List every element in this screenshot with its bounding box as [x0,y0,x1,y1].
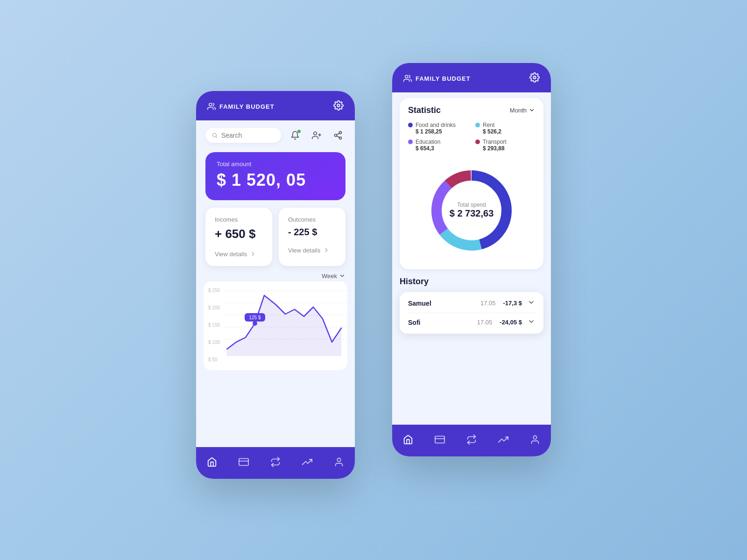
education-dot [408,140,413,144]
card-icon2 [435,434,445,445]
svg-rect-30 [435,436,444,443]
svg-line-3 [216,136,217,137]
svg-point-17 [253,321,257,326]
users-icon2 [403,74,412,83]
legend-transport: Transport $ 293,88 [475,139,535,152]
legend-education: Education $ 654,3 [408,139,468,152]
add-user-button[interactable] [309,128,324,143]
history-date-sofi: 17.05 [477,319,493,326]
phone-1: FAMILY BUDGET [196,91,355,479]
svg-line-11 [337,133,339,134]
nav-chart[interactable] [299,454,316,470]
phones-container: FAMILY BUDGET [196,82,551,479]
history-amount-samuel: -17,3 $ [503,300,522,307]
phone2-header: FAMILY BUDGET [392,63,551,92]
sofi-expand-button[interactable] [528,318,535,327]
transport-amount: $ 293,88 [483,145,535,152]
card-icon [239,457,249,467]
week-selector[interactable]: Week [196,266,355,281]
trending-icon2 [498,434,508,445]
chevron-down-sofi [528,318,535,325]
transport-dot [475,140,480,144]
trending-icon [302,457,312,467]
total-amount-label: Total amount [217,161,334,168]
rent-amount: $ 526,2 [483,128,535,135]
donut-amount: $ 2 732,63 [450,208,494,219]
phone2-settings-icon[interactable] [529,72,540,85]
chevron-down-samuel [528,299,535,306]
nav-profile[interactable] [331,454,347,470]
donut-label: Total spend [450,202,494,208]
statistic-section: Statistic Month Food and drinks [400,98,543,269]
outcomes-amount: - 225 $ [288,227,336,238]
history-card: Samuel 17.05 -17,3 $ Sofi 17.05 [400,292,543,334]
arrow-right-icon2 [323,247,330,253]
transfer-icon2 [466,434,477,445]
chevron-down-icon2 [529,107,535,113]
svg-point-0 [209,103,212,106]
legend-grid: Food and drinks $ 1 258,25 Rent $ 526,2 [408,122,535,152]
chart-grid: 125 $ [204,281,347,370]
incomes-view-details[interactable]: View details [215,251,263,258]
home-icon [207,457,217,467]
total-amount-card: Total amount $ 1 520, 05 [205,152,345,200]
nav2-transfer[interactable] [463,431,480,448]
nav-home[interactable] [204,454,220,470]
nav2-card[interactable] [431,431,448,448]
history-name-samuel: Samuel [408,300,480,307]
education-amount: $ 654,3 [416,145,468,152]
food-amount: $ 1 258,25 [416,128,468,135]
nav2-profile[interactable] [527,431,543,448]
nav2-home[interactable] [400,431,416,448]
incomes-amount: + 650 $ [215,227,263,241]
bell-notification-dot [297,130,301,133]
samuel-expand-button[interactable] [528,299,535,308]
outcomes-view-details[interactable]: View details [288,247,336,254]
settings-icon[interactable] [333,100,344,113]
nav-card[interactable] [235,454,252,470]
search-input-wrap[interactable] [205,128,281,143]
food-dot [408,123,413,127]
add-user-icon [312,131,321,140]
history-section: History Samuel 17.05 -17,3 $ [392,275,551,334]
person-icon2 [530,434,540,445]
transfer-icon [270,457,281,467]
legend-food: Food and drinks $ 1 258,25 [408,122,468,135]
phone1-body: Total amount $ 1 520, 05 Incomes + 650 $… [196,120,355,447]
phone1-header: FAMILY BUDGET [196,91,355,120]
svg-line-10 [337,136,339,137]
svg-point-4 [314,132,317,135]
statistic-header: Statistic Month [408,105,535,115]
chart-area: $ 250 $ 200 $ 150 $ 100 $ 50 [204,281,347,370]
phone2-bottom-nav [392,425,551,456]
statistic-title: Statistic [408,105,441,115]
users-icon [207,102,216,111]
donut-center: Total spend $ 2 732,63 [450,202,494,219]
incomes-label: Incomes [215,216,263,223]
search-input[interactable] [221,132,275,139]
history-date-samuel: 17.05 [480,300,496,307]
outcomes-card: Outcomes - 225 $ View details [279,208,345,266]
svg-text:125 $: 125 $ [249,315,261,320]
incomes-card: Incomes + 650 $ View details [205,208,272,266]
person-icon [334,457,344,467]
phone2-body: Statistic Month Food and drinks [392,98,551,425]
bell-button[interactable] [288,128,303,143]
legend-rent: Rent $ 526,2 [475,122,535,135]
history-row-sofi: Sofi 17.05 -24,05 $ [408,318,535,327]
nav-transfer[interactable] [267,454,284,470]
rent-dot [475,123,480,127]
svg-point-32 [533,435,536,439]
donut-chart: Total spend $ 2 732,63 [408,159,535,262]
summary-cards: Incomes + 650 $ View details Outcomes - … [196,200,355,266]
outcomes-label: Outcomes [288,216,336,223]
chevron-down-icon [339,273,345,279]
month-selector[interactable]: Month [510,107,535,114]
svg-point-23 [405,75,408,78]
search-bar-row [196,120,355,147]
gear-svg2 [529,72,540,83]
home-icon2 [403,434,413,445]
svg-point-22 [337,458,340,461]
nav2-chart[interactable] [495,431,512,448]
share-button[interactable] [331,128,345,143]
